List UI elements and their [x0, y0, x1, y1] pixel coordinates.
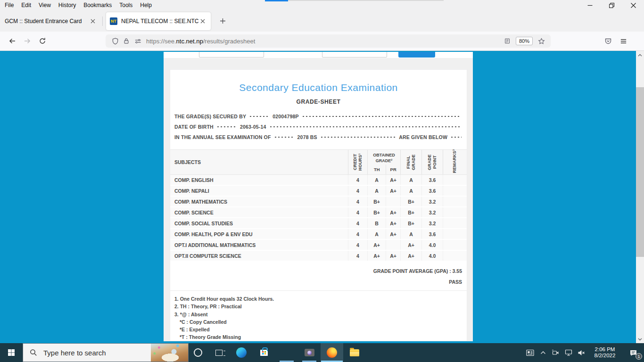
table-row: COMP. SCIENCE4B+A+B+3.2	[170, 207, 467, 218]
remarks-cell	[443, 186, 467, 196]
navigation-toolbar: https://see.ntc.net.np/results/gradeshee…	[0, 32, 644, 51]
connection-lock-icon[interactable]	[121, 35, 132, 47]
task-view-taskbar-button[interactable]	[207, 343, 230, 362]
menu-tools[interactable]: Tools	[116, 0, 136, 10]
new-tab-button[interactable]	[215, 14, 230, 28]
menu-bookmarks[interactable]: Bookmarks	[80, 0, 116, 10]
header-pr: PR	[386, 165, 400, 174]
credit-hours-cell: 4	[348, 175, 367, 185]
news-widget-icon[interactable]	[524, 343, 537, 362]
header-obtained-grade: OBTAINED GRADE² TH PR	[367, 150, 400, 174]
browser-viewport: Secondary Education Examination GRADE-SH…	[0, 51, 644, 343]
grade-point-cell: 3.6	[421, 229, 443, 239]
page-content-column: Secondary Education Examination GRADE-SH…	[164, 52, 473, 341]
permissions-icon[interactable]	[132, 35, 143, 47]
scrollbar-up-arrow[interactable]	[636, 51, 644, 59]
footnote-line: *T : Theory Grade Missing	[174, 333, 462, 341]
footnote-line: 3. *@ : Absent	[174, 311, 462, 318]
volume-muted-icon[interactable]	[575, 343, 587, 362]
task-view-icon	[215, 350, 223, 356]
tracking-protection-shield-icon[interactable]	[109, 35, 121, 47]
tab-title: GCM :: Student Entrance Card	[5, 18, 89, 25]
scrollbar-thumb[interactable]	[636, 87, 644, 257]
url-text[interactable]: https://see.ntc.net.np/results/gradeshee…	[146, 38, 502, 45]
network-ethernet-icon[interactable]	[562, 343, 575, 362]
theory-grade-cell: B	[367, 218, 386, 228]
snipping-tool-taskbar-button[interactable]	[275, 343, 298, 362]
table-row: COMP. ENGLISH4AA+A3.6	[170, 175, 467, 186]
info-label: THE GRADE(S) SECURED BY	[174, 114, 246, 119]
menu-history[interactable]: History	[55, 0, 80, 10]
edge-taskbar-button[interactable]	[230, 343, 253, 362]
theory-grade-cell: A	[367, 175, 386, 185]
grade-point-cell: 3.2	[421, 207, 443, 217]
file-explorer-taskbar-button[interactable]	[343, 343, 366, 362]
start-button[interactable]	[0, 343, 23, 362]
notification-count-badge: 1	[636, 353, 642, 360]
final-grade-cell: A+	[400, 251, 421, 261]
credit-hours-cell: 4	[348, 197, 367, 206]
practical-grade-cell: A+	[386, 251, 400, 261]
restore-button[interactable]	[601, 0, 622, 10]
table-row: COMP. SOCIAL STUDIES4BA+B+3.2	[170, 218, 467, 229]
close-window-button[interactable]	[622, 0, 644, 10]
file-explorer-icon	[350, 349, 359, 356]
reload-button[interactable]	[35, 33, 50, 49]
info-line-grades-secured-by: THE GRADE(S) SECURED BY 02004798P	[174, 111, 462, 122]
action-center-button[interactable]: 1	[622, 343, 644, 362]
system-tray: 2:06 PM 8/2/2022 1	[524, 343, 644, 362]
menu-help[interactable]: Help	[136, 0, 156, 10]
back-button[interactable]	[5, 33, 20, 49]
store-taskbar-button[interactable]	[253, 343, 275, 362]
taskbar-search-input[interactable]: Type here to search	[23, 343, 189, 362]
close-tab-icon[interactable]	[89, 17, 97, 25]
taskbar-clock[interactable]: 2:06 PM 8/2/2022	[587, 346, 622, 359]
symbol-number-value: 02004798P	[272, 114, 299, 119]
menu-edit[interactable]: Edit	[17, 0, 35, 10]
url-domain: ntc.net.np	[176, 38, 203, 45]
gradesheet-card: Secondary Education Examination GRADE-SH…	[170, 69, 467, 341]
camera-taskbar-button[interactable]	[298, 343, 321, 362]
search-submit-button[interactable]	[398, 52, 435, 58]
practical-grade-cell: A+	[386, 207, 400, 217]
page-title: Secondary Education Examination	[170, 82, 467, 93]
symbol-number-input[interactable]	[199, 52, 264, 58]
page-scrollbar[interactable]	[636, 51, 644, 343]
meet-now-icon[interactable]	[549, 343, 562, 362]
header-remarks: REMARKS³	[443, 150, 467, 174]
header-subjects: SUBJECTS	[170, 150, 348, 174]
url-bar[interactable]: https://see.ntc.net.np/results/gradeshee…	[106, 34, 551, 48]
camera-icon	[305, 349, 314, 356]
grade-point-cell: 3.6	[421, 186, 443, 196]
firefox-taskbar-button[interactable]	[321, 343, 343, 362]
scrollbar-down-arrow[interactable]	[636, 335, 644, 343]
search-placeholder-text: Type here to search	[43, 349, 106, 357]
menu-view[interactable]: View	[35, 0, 55, 10]
tab-gcm-student-entrance-card[interactable]: GCM :: Student Entrance Card	[0, 12, 101, 30]
tab-nepal-telecom-active[interactable]: NT NEPAL TELECOM :: SEE.NTC.NET	[106, 12, 211, 30]
grades-table-body: COMP. ENGLISH4AA+A3.6COMP. NEPALI4AA+A3.…	[170, 175, 467, 262]
zoom-level-button[interactable]: 80%	[516, 37, 533, 45]
close-tab-icon[interactable]	[198, 17, 207, 25]
date-of-birth-input[interactable]	[322, 52, 387, 58]
cortana-button[interactable]	[189, 343, 207, 362]
remarks-cell	[443, 207, 467, 217]
search-highlight-image[interactable]	[151, 344, 188, 362]
minimize-button[interactable]	[579, 0, 601, 10]
credit-hours-cell: 4	[348, 251, 367, 261]
hidden-icons-chevron[interactable]	[537, 343, 549, 362]
remarks-cell	[443, 240, 467, 250]
table-row: OPT.II COMPUTER SCIENCE4A+A+A+4.0	[170, 251, 467, 262]
final-grade-cell: A	[400, 175, 421, 185]
menu-file[interactable]: File	[0, 0, 17, 10]
practical-grade-cell: A+	[386, 186, 400, 196]
forward-button[interactable]	[20, 33, 35, 49]
pocket-icon[interactable]	[601, 33, 616, 49]
theory-grade-cell: B+	[367, 197, 386, 206]
reader-view-icon[interactable]	[502, 35, 513, 47]
header-credit-hours: CREDIT HOURS¹	[348, 150, 367, 174]
browser-chrome: FileEditViewHistoryBookmarksToolsHelp GC…	[0, 0, 644, 51]
remarks-cell	[443, 251, 467, 261]
bookmark-star-icon[interactable]	[536, 35, 547, 47]
hamburger-menu-icon[interactable]	[616, 33, 631, 49]
